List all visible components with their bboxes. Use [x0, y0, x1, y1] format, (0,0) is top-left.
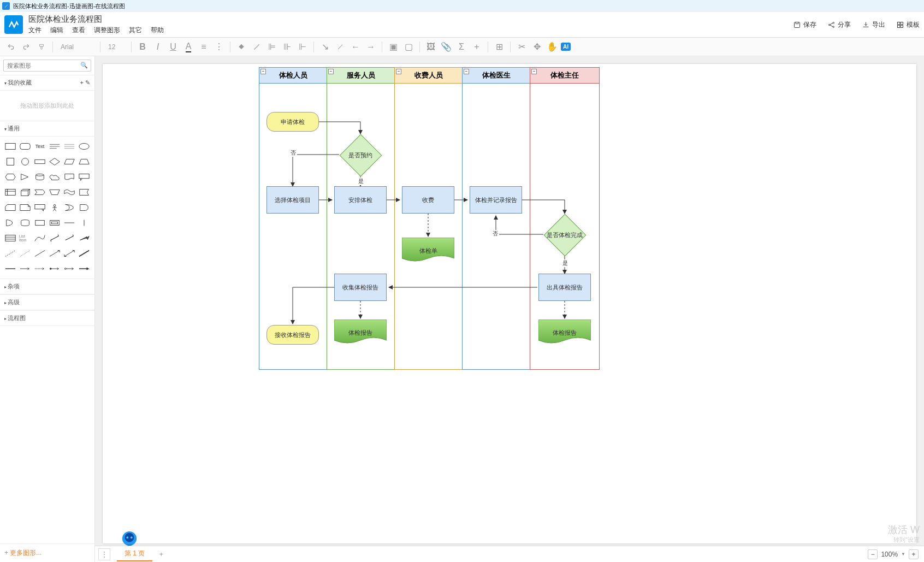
shape-roundrect[interactable]	[19, 141, 32, 152]
help-bot-button[interactable]	[121, 530, 138, 547]
shape-line-thick[interactable]	[78, 248, 90, 259]
font-size-select[interactable]	[105, 42, 127, 52]
collapse-icon[interactable]: −	[464, 69, 469, 74]
select-button[interactable]: ✥	[530, 40, 543, 54]
node-charge[interactable]: 收费	[402, 186, 454, 214]
font-family-select[interactable]	[57, 42, 96, 52]
add-button[interactable]: +	[470, 40, 483, 54]
distribute-button[interactable]: ⊩	[296, 40, 309, 54]
ai-badge[interactable]: AI	[561, 43, 571, 51]
attachment-button[interactable]: 📎	[440, 40, 453, 54]
undo-button[interactable]	[4, 40, 17, 54]
shape-line-arrow[interactable]	[49, 248, 61, 259]
general-section-header[interactable]: ▾通用	[0, 121, 94, 137]
insert-image-button[interactable]: 🖼	[424, 40, 437, 54]
more-shapes-button[interactable]: + 更多图形...	[0, 543, 94, 562]
node-report-doc1[interactable]: 体检报告	[334, 320, 387, 346]
lane-head-4[interactable]: −体检医生	[462, 67, 530, 84]
misc-section-header[interactable]: ▸杂项	[0, 279, 94, 294]
node-exam-record[interactable]: 体检并记录报告	[470, 186, 522, 214]
shape-listitem[interactable]: List Item	[19, 233, 32, 244]
node-select-items[interactable]: 选择体检项目	[266, 186, 319, 214]
shape-internal-storage[interactable]	[4, 187, 17, 198]
shape-square[interactable]	[4, 156, 17, 167]
align-left-button[interactable]: ⊫	[265, 40, 279, 54]
shape-connector1[interactable]	[4, 263, 17, 274]
format-painter-button[interactable]	[35, 40, 48, 54]
shape-connector-h[interactable]	[63, 217, 75, 228]
shape-frame[interactable]	[49, 217, 61, 228]
flowchart-section-header[interactable]: ▸流程图	[0, 310, 94, 326]
node-decision2[interactable]: 是否体检完成	[543, 214, 586, 256]
shape-connector-v[interactable]	[78, 217, 90, 228]
shape-curve[interactable]	[34, 233, 46, 244]
zoom-out-button[interactable]: −	[868, 549, 878, 559]
node-decision1[interactable]: 是否预约	[339, 134, 382, 176]
shape-connector5[interactable]	[63, 263, 75, 274]
lane-head-2[interactable]: −服务人员	[327, 67, 395, 84]
node-report-doc2[interactable]: 体检报告	[538, 320, 591, 346]
italic-button[interactable]: I	[151, 40, 164, 54]
shape-line-biarrow[interactable]	[63, 248, 75, 259]
menu-adjust[interactable]: 调整图形	[94, 26, 120, 35]
shape-tape[interactable]	[63, 187, 75, 198]
shape-card[interactable]	[4, 202, 17, 213]
shape-datastore[interactable]	[19, 217, 32, 228]
shape-callout2[interactable]	[34, 202, 46, 213]
menu-view[interactable]: 查看	[72, 26, 85, 35]
shape-and[interactable]	[78, 202, 90, 213]
canvas[interactable]: −体检人员 −服务人员 −收费人员 −体检医生 −体检主任	[95, 56, 924, 562]
waypoint-button[interactable]: ⟋	[334, 40, 347, 54]
connector-button[interactable]: ↘	[318, 40, 331, 54]
zoom-level[interactable]: 100%	[881, 551, 898, 558]
lane-head-5[interactable]: −体检主任	[530, 67, 600, 84]
shape-lines-icon[interactable]	[63, 141, 75, 152]
favorites-section-header[interactable]: ▾我的收藏 + ✎	[0, 75, 94, 91]
page-tab-1[interactable]: 第 1 页	[117, 547, 152, 561]
shape-connector6[interactable]	[78, 263, 90, 274]
shape-triangle[interactable]	[19, 171, 32, 182]
shape-ellipse[interactable]	[78, 141, 90, 152]
spacing-button[interactable]: ⋮	[212, 40, 226, 54]
lane-body-4[interactable]	[462, 84, 530, 370]
collapse-icon[interactable]: −	[328, 69, 334, 74]
page-menu-button[interactable]: ⋮	[98, 548, 110, 560]
advanced-section-header[interactable]: ▸高级	[0, 294, 94, 310]
shape-connector3[interactable]	[34, 263, 46, 274]
arrow-start-button[interactable]: ←	[349, 40, 362, 54]
shape-cloud[interactable]	[49, 171, 61, 182]
shape-trapezoid2[interactable]	[49, 187, 61, 198]
shape-connector4[interactable]	[49, 263, 61, 274]
lane-head-1[interactable]: −体检人员	[259, 67, 327, 84]
shape-line-dashed[interactable]	[4, 248, 17, 259]
shape-note[interactable]	[19, 202, 32, 213]
shape-circle[interactable]	[19, 156, 32, 167]
shape-halfcircle[interactable]	[4, 217, 17, 228]
shape-document[interactable]	[63, 171, 75, 182]
shape-diamond[interactable]	[49, 156, 61, 167]
shape-arrow[interactable]	[63, 233, 75, 244]
node-start[interactable]: 申请体检	[266, 112, 319, 132]
text-align-button[interactable]: ≡	[197, 40, 210, 54]
node-collect-report[interactable]: 收集体检报告	[334, 274, 387, 301]
collapse-icon[interactable]: −	[396, 69, 401, 74]
node-issue-report[interactable]: 出具体检报告	[538, 274, 591, 301]
fill-color-button[interactable]	[235, 40, 248, 54]
export-button[interactable]: 导出	[862, 20, 885, 29]
shape-flag[interactable]	[78, 187, 90, 198]
shape-step[interactable]	[34, 187, 46, 198]
font-color-button[interactable]: A	[182, 40, 195, 54]
shape-cylinder[interactable]	[34, 171, 46, 182]
shape-hexagon[interactable]	[4, 171, 17, 182]
formula-button[interactable]: Σ	[455, 40, 468, 54]
menu-edit[interactable]: 编辑	[50, 26, 63, 35]
to-back-button[interactable]: ▢	[402, 40, 415, 54]
zoom-dropdown-icon[interactable]: ▼	[901, 552, 905, 557]
menu-other[interactable]: 其它	[129, 26, 142, 35]
zoom-in-button[interactable]: +	[909, 549, 919, 559]
node-arrange[interactable]: 安排体检	[334, 186, 387, 214]
shape-textbox[interactable]	[49, 141, 61, 152]
line-color-button[interactable]	[250, 40, 263, 54]
align-center-button[interactable]: ⊪	[281, 40, 294, 54]
shape-arrow-bi[interactable]	[49, 233, 61, 244]
